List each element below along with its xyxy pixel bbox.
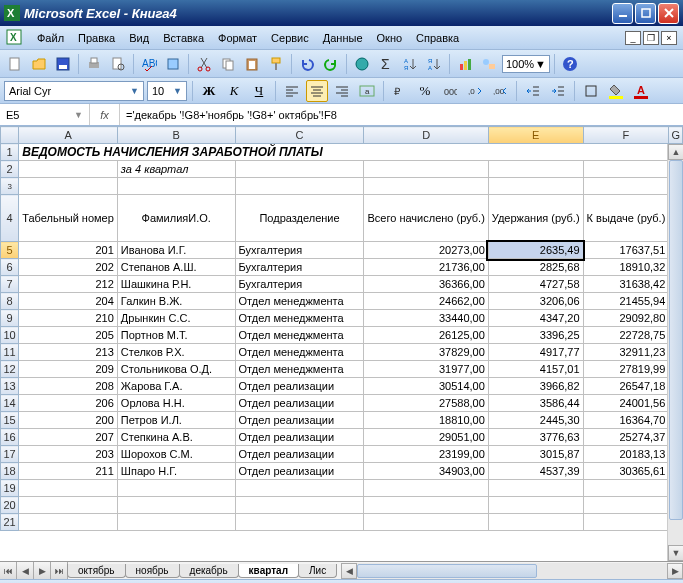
increase-indent-button[interactable] (547, 80, 569, 102)
new-icon[interactable] (4, 53, 26, 75)
row-header[interactable]: 9 (1, 310, 19, 327)
paste-icon[interactable] (241, 53, 263, 75)
chart-icon[interactable] (454, 53, 476, 75)
tab-next-icon[interactable]: ▶ (34, 562, 51, 579)
align-left-button[interactable] (281, 80, 303, 102)
sheet-tab-oct[interactable]: октябрь (67, 564, 126, 578)
align-center-button[interactable] (306, 80, 328, 102)
tab-prev-icon[interactable]: ◀ (17, 562, 34, 579)
row-header[interactable]: 7 (1, 276, 19, 293)
menu-data[interactable]: Данные (316, 30, 370, 46)
row-header[interactable]: 13 (1, 378, 19, 395)
row-header[interactable]: 2 (1, 161, 19, 178)
header-dep[interactable]: Подразделение (235, 195, 364, 242)
menu-tools[interactable]: Сервис (264, 30, 316, 46)
col-header-G[interactable]: G (669, 127, 683, 144)
col-header-C[interactable]: C (235, 127, 364, 144)
sort-desc-icon[interactable]: ЯA (423, 53, 445, 75)
scroll-right-icon[interactable]: ▶ (667, 563, 683, 579)
fill-color-button[interactable] (605, 80, 627, 102)
drawing-icon[interactable] (478, 53, 500, 75)
print-preview-icon[interactable] (107, 53, 129, 75)
borders-button[interactable] (580, 80, 602, 102)
sort-asc-icon[interactable]: AЯ (399, 53, 421, 75)
sheet-tab-lis[interactable]: Лис (298, 564, 337, 578)
currency-button[interactable]: ₽ (389, 80, 411, 102)
sheet-tab-quarter[interactable]: квартал (238, 564, 299, 578)
menu-insert[interactable]: Вставка (156, 30, 211, 46)
col-header-E[interactable]: E (488, 127, 583, 144)
menu-window[interactable]: Окно (370, 30, 410, 46)
formula-input[interactable]: ='декабрь '!G8+'ноябрь '!G8+' октябрь'!F… (120, 104, 683, 125)
row-header[interactable]: 15 (1, 412, 19, 429)
row-header[interactable]: 3 (1, 178, 19, 195)
row-header[interactable]: 1 (1, 144, 19, 161)
decrease-indent-button[interactable] (522, 80, 544, 102)
hyperlink-icon[interactable] (351, 53, 373, 75)
name-box[interactable]: E5▼ (0, 104, 90, 125)
mdi-restore-button[interactable]: ❐ (643, 31, 659, 45)
percent-button[interactable]: % (414, 80, 436, 102)
row-header[interactable]: 5 (1, 242, 19, 259)
research-icon[interactable] (162, 53, 184, 75)
row-header[interactable]: 16 (1, 429, 19, 446)
menu-help[interactable]: Справка (409, 30, 466, 46)
comma-button[interactable]: 000 (439, 80, 461, 102)
mdi-close-button[interactable]: × (661, 31, 677, 45)
italic-button[interactable]: К (223, 80, 245, 102)
row-header[interactable]: 20 (1, 497, 19, 514)
row-header[interactable]: 6 (1, 259, 19, 276)
scroll-thumb[interactable] (669, 160, 683, 520)
cut-icon[interactable] (193, 53, 215, 75)
menu-format[interactable]: Формат (211, 30, 264, 46)
row-header[interactable]: 8 (1, 293, 19, 310)
bold-button[interactable]: Ж (198, 80, 220, 102)
row-header[interactable]: 10 (1, 327, 19, 344)
header-pay[interactable]: К выдаче (руб.) (583, 195, 669, 242)
row-header[interactable]: 12 (1, 361, 19, 378)
fx-button[interactable]: fx (90, 104, 120, 125)
header-ded[interactable]: Удержания (руб.) (488, 195, 583, 242)
maximize-button[interactable] (635, 3, 656, 24)
scroll-down-icon[interactable]: ▼ (668, 545, 683, 561)
row-header[interactable]: 4 (1, 195, 19, 242)
close-button[interactable] (658, 3, 679, 24)
help-icon[interactable]: ? (559, 53, 581, 75)
redo-icon[interactable] (320, 53, 342, 75)
select-all-corner[interactable] (1, 127, 19, 144)
autosum-icon[interactable]: Σ (375, 53, 397, 75)
hscroll-thumb[interactable] (357, 564, 537, 578)
sheet-title[interactable]: ВЕДОМОСТЬ НАЧИСЛЕНИЯ ЗАРАБОТНОЙ ПЛАТЫ (19, 144, 669, 161)
sheet-tab-dec[interactable]: декабрь (179, 564, 239, 578)
print-icon[interactable] (83, 53, 105, 75)
mdi-minimize-button[interactable]: _ (625, 31, 641, 45)
minimize-button[interactable] (612, 3, 633, 24)
row-header[interactable]: 21 (1, 514, 19, 531)
row-header[interactable]: 14 (1, 395, 19, 412)
open-icon[interactable] (28, 53, 50, 75)
sheet-subtitle[interactable]: за 4 квартал (117, 161, 235, 178)
scroll-up-icon[interactable]: ▲ (668, 144, 683, 160)
decrease-decimal-button[interactable]: ,00 (489, 80, 511, 102)
col-header-D[interactable]: D (364, 127, 488, 144)
header-total[interactable]: Всего начислено (руб.) (364, 195, 488, 242)
undo-icon[interactable] (296, 53, 318, 75)
increase-decimal-button[interactable]: ,0 (464, 80, 486, 102)
col-header-A[interactable]: A (19, 127, 118, 144)
spreadsheet-grid[interactable]: A B C D E F G 1ВЕДОМОСТЬ НАЧИСЛЕНИЯ ЗАРА… (0, 126, 683, 531)
menu-view[interactable]: Вид (122, 30, 156, 46)
scroll-left-icon[interactable]: ◀ (341, 563, 357, 579)
horizontal-scrollbar[interactable]: ◀ ▶ (341, 563, 683, 579)
merge-center-button[interactable]: a (356, 80, 378, 102)
row-header[interactable]: 17 (1, 446, 19, 463)
font-combo[interactable]: Arial Cyr▼ (4, 81, 144, 101)
font-color-button[interactable]: A (630, 80, 652, 102)
underline-button[interactable]: Ч (248, 80, 270, 102)
spellcheck-icon[interactable]: ABC (138, 53, 160, 75)
active-cell[interactable]: 2635,49 (488, 242, 583, 259)
copy-icon[interactable] (217, 53, 239, 75)
col-header-F[interactable]: F (583, 127, 669, 144)
col-header-B[interactable]: B (117, 127, 235, 144)
row-header[interactable]: 19 (1, 480, 19, 497)
header-tabno[interactable]: Табельный номер (19, 195, 118, 242)
